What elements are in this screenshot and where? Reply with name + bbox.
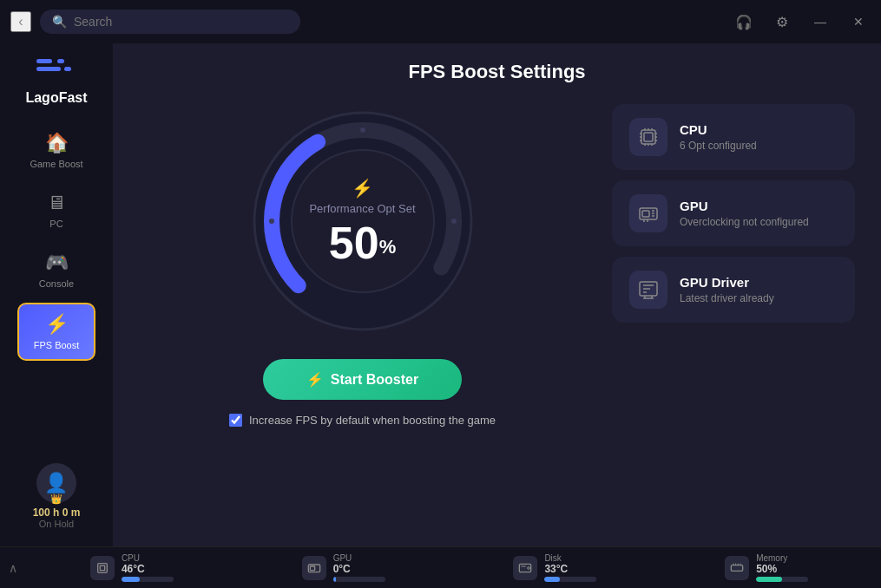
console-icon: 🎮 (45, 252, 69, 274)
fps-boost-icon: ⚡ (45, 313, 69, 336)
close-button[interactable]: ✕ (846, 10, 871, 34)
gauge-label: Performance Opt Set (309, 202, 415, 215)
content-area: FPS Boost Settings (113, 43, 881, 546)
user-time: 100 h 0 m (33, 506, 81, 519)
chevron-up-icon[interactable]: ∧ (9, 561, 17, 575)
status-gpu-fill (333, 577, 336, 582)
page-title: FPS Boost Settings (139, 61, 855, 83)
sidebar-item-console[interactable]: 🎮 Console (17, 243, 95, 297)
status-disk-icon (513, 556, 537, 580)
gpu-card[interactable]: GPU Overclocking not configured (612, 180, 855, 246)
increase-fps-label: Increase FPS by default when boosting th… (249, 414, 496, 427)
gpu-driver-card-icon (629, 271, 667, 309)
gpu-driver-card[interactable]: GPU Driver Latest driver already (612, 257, 855, 323)
status-memory-label: Memory (756, 553, 808, 563)
gauge-percent: % (379, 235, 397, 257)
status-disk-fill (544, 577, 560, 582)
cpu-card-info: CPU 6 Opt configured (680, 122, 838, 152)
sidebar-bottom: 👤 👑 100 h 0 m On Hold (33, 463, 81, 538)
status-cpu-fill (122, 577, 140, 582)
gauge-inner: ⚡ Performance Opt Set 50% (309, 178, 415, 265)
cpu-card[interactable]: CPU 6 Opt configured (612, 104, 855, 170)
pc-icon: 🖥 (47, 192, 66, 214)
gauge-container: ⚡ Performance Opt Set 50% (246, 104, 480, 338)
sidebar-label-console: Console (39, 278, 74, 289)
status-memory-icon (725, 556, 749, 580)
status-gpu-value: 0°C (333, 563, 385, 575)
status-disk-graph (544, 577, 596, 582)
settings-icon[interactable]: ⚙ (770, 10, 794, 34)
gpu-driver-card-info: GPU Driver Latest driver already (680, 275, 838, 304)
title-bar: ‹ 🔍 🎧 ⚙ — ✕ (0, 0, 881, 43)
gpu-card-title: GPU (680, 199, 838, 213)
sidebar-item-pc[interactable]: 🖥 PC (17, 183, 95, 238)
app-logo (35, 52, 78, 87)
gpu-card-icon (629, 194, 667, 232)
user-person-icon: 👤 (44, 472, 68, 494)
user-avatar[interactable]: 👤 👑 (36, 463, 76, 503)
status-memory-value: 50% (756, 563, 808, 575)
svg-rect-0 (36, 59, 52, 63)
cpu-card-icon (629, 118, 667, 156)
status-cpu-label: CPU (122, 553, 174, 563)
title-bar-actions: 🎧 ⚙ — ✕ (732, 10, 871, 34)
svg-rect-3 (64, 67, 71, 71)
search-input[interactable] (74, 15, 288, 29)
gauge-value-display: 50% (329, 220, 396, 265)
svg-rect-47 (731, 565, 742, 571)
status-items: CPU 46°C GPU 0°C (26, 553, 872, 582)
start-booster-icon: ⚡ (306, 371, 324, 388)
gpu-driver-card-desc: Latest driver already (680, 292, 838, 304)
start-booster-label: Start Booster (331, 372, 418, 388)
game-boost-icon: 🏠 (45, 132, 69, 154)
sidebar-label-pc: PC (49, 219, 62, 229)
svg-point-10 (269, 219, 274, 224)
gauge-section: ⚡ Performance Opt Set 50% ⚡ Start Booste… (139, 104, 586, 427)
status-memory-graph (756, 577, 808, 582)
svg-rect-43 (310, 566, 314, 571)
fps-checkbox-row: Increase FPS by default when boosting th… (229, 414, 496, 427)
logo-text: LagoFast (25, 90, 87, 106)
search-bar[interactable]: 🔍 (40, 10, 300, 34)
sidebar-item-fps-boost[interactable]: ⚡ FPS Boost (17, 303, 95, 361)
gauge-value: 50 (329, 218, 379, 268)
start-booster-button[interactable]: ⚡ Start Booster (263, 359, 462, 400)
gpu-card-desc: Overclocking not configured (680, 216, 838, 228)
increase-fps-checkbox[interactable] (229, 414, 242, 427)
status-memory-fill (756, 577, 782, 582)
svg-rect-27 (642, 211, 649, 217)
svg-point-9 (360, 127, 365, 133)
back-button[interactable]: ‹ (10, 11, 31, 32)
status-gpu-graph (333, 577, 385, 582)
right-panel: CPU 6 Opt configured (612, 104, 855, 323)
gpu-card-info: GPU Overclocking not configured (680, 199, 838, 228)
headset-icon[interactable]: 🎧 (732, 10, 756, 34)
search-icon: 🔍 (52, 15, 67, 29)
sidebar-label-game-boost: Game Boost (30, 159, 82, 169)
status-item-gpu: GPU 0°C (302, 553, 385, 582)
svg-rect-41 (100, 565, 104, 570)
status-cpu-icon (90, 556, 115, 580)
gauge-lightning-icon: ⚡ (352, 178, 373, 199)
sidebar-item-game-boost[interactable]: 🏠 Game Boost (17, 123, 95, 178)
status-bar: ∧ CPU 46°C (0, 546, 881, 588)
main-layout: LagoFast 🏠 Game Boost 🖥 PC 🎮 Console ⚡ F… (0, 43, 881, 546)
status-item-disk: Disk 33°C (513, 553, 596, 582)
cpu-card-desc: 6 Opt configured (680, 140, 838, 152)
status-gpu-icon (302, 556, 326, 580)
status-disk-label: Disk (544, 553, 596, 563)
status-item-memory: Memory 50% (725, 553, 808, 582)
status-cpu-value: 46°C (122, 563, 174, 575)
status-gpu-label: GPU (333, 553, 385, 563)
user-status: On Hold (39, 519, 74, 529)
svg-rect-2 (57, 59, 64, 63)
svg-point-45 (528, 566, 530, 569)
crown-badge-icon: 👑 (50, 493, 62, 505)
svg-point-11 (451, 219, 457, 224)
status-disk-value: 33°C (544, 563, 596, 575)
status-cpu-graph (122, 577, 174, 582)
svg-rect-44 (520, 564, 531, 572)
logo-area: LagoFast (25, 52, 87, 106)
minimize-button[interactable]: — (808, 10, 832, 34)
status-item-cpu: CPU 46°C (90, 553, 174, 582)
